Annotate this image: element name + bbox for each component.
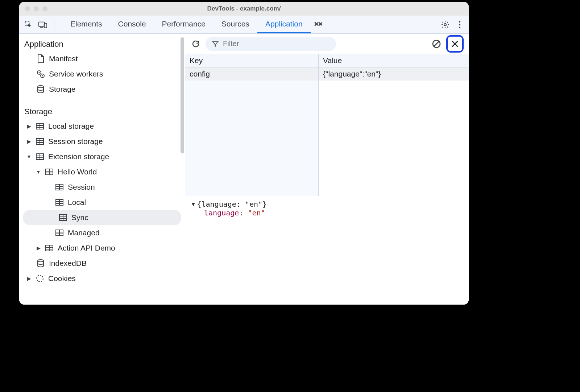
table-icon [35, 121, 45, 131]
inspect-element-icon[interactable] [23, 19, 34, 30]
database-icon [36, 259, 45, 268]
table-icon [58, 213, 68, 222]
table-icon [45, 243, 54, 253]
sidebar-item-cookies[interactable]: ▶ Cookies [19, 271, 185, 286]
storage-main-panel: Key Value config {"language":"en"} ▼{lan… [185, 34, 469, 305]
sidebar-item-service-workers[interactable]: Service workers [19, 66, 185, 82]
chevron-down-icon: ▼ [26, 154, 32, 160]
sidebar-item-label: Action API Demo [58, 244, 115, 252]
sidebar-item-local[interactable]: Local [19, 195, 185, 210]
window-title: DevTools - example.com/ [19, 5, 469, 12]
sidebar-item-label: Cookies [48, 274, 76, 283]
tab-sources[interactable]: Sources [214, 16, 257, 33]
table-row[interactable]: config {"language":"en"} [185, 67, 469, 81]
minimize-window-button[interactable] [34, 6, 39, 11]
sidebar-item-session-storage[interactable]: ▶ Session storage [19, 134, 185, 149]
manifest-icon [36, 54, 45, 63]
kebab-menu-icon[interactable] [454, 19, 465, 30]
storage-toolbar [185, 34, 469, 54]
tab-label: Elements [70, 20, 102, 28]
chevron-right-icon: ▶ [26, 123, 32, 129]
cell-key: config [185, 67, 319, 81]
table-icon [55, 228, 64, 238]
sidebar-item-manifest[interactable]: Manifest [19, 51, 185, 66]
sidebar-item-session[interactable]: Session [19, 180, 185, 195]
tab-console[interactable]: Console [110, 16, 154, 33]
cell-value: {"language":"en"} [319, 67, 469, 81]
sidebar-item-hello-world[interactable]: ▼ Hello World [19, 164, 185, 180]
svg-point-6 [459, 26, 460, 28]
divider [54, 19, 54, 30]
table-icon [55, 182, 64, 192]
tab-performance[interactable]: Performance [154, 16, 214, 33]
storage-table: Key Value config {"language":"en"} [185, 54, 469, 196]
svg-rect-1 [39, 22, 45, 26]
filter-input-wrapper[interactable] [206, 37, 336, 51]
application-sidebar: Application Manifest Service workers Sto… [19, 34, 185, 305]
tab-elements[interactable]: Elements [62, 16, 110, 33]
tab-label: Performance [162, 20, 206, 28]
chevron-down-icon: ▼ [192, 201, 195, 207]
filter-input[interactable] [223, 40, 330, 48]
chevron-right-icon: ▶ [36, 245, 41, 251]
sidebar-item-local-storage[interactable]: ▶ Local storage [19, 119, 185, 134]
zoom-window-button[interactable] [42, 6, 47, 11]
sidebar-item-label: Sync [71, 213, 88, 222]
more-tabs-button[interactable] [311, 16, 326, 33]
column-header-key[interactable]: Key [185, 54, 319, 67]
tab-label: Sources [221, 20, 249, 28]
svg-point-22 [37, 275, 43, 282]
svg-point-10 [42, 75, 43, 77]
window-titlebar: DevTools - example.com/ [19, 2, 469, 16]
svg-point-5 [459, 24, 460, 25]
svg-point-8 [39, 72, 40, 73]
value-preview: ▼{language: "en"} language: "en" [185, 196, 469, 305]
table-header-row: Key Value [185, 54, 469, 67]
property-name: language [204, 209, 239, 217]
sidebar-item-label: Storage [49, 85, 76, 94]
refresh-icon[interactable] [190, 38, 201, 49]
table-icon [35, 152, 45, 161]
sidebar-item-action-api-demo[interactable]: ▶ Action API Demo [19, 240, 185, 256]
chevron-down-icon: ▼ [36, 169, 41, 175]
settings-icon[interactable] [440, 19, 451, 30]
scrollbar[interactable] [181, 37, 184, 153]
sidebar-item-label: Extension storage [48, 152, 109, 161]
tab-application[interactable]: Application [257, 16, 311, 33]
sidebar-item-storage[interactable]: Storage [19, 82, 185, 97]
sidebar-item-extension-storage[interactable]: ▼ Extension storage [19, 149, 185, 164]
database-icon [36, 84, 45, 94]
table-icon [55, 198, 64, 207]
sidebar-item-label: IndexedDB [49, 259, 87, 268]
column-header-value[interactable]: Value [319, 54, 469, 67]
sidebar-item-label: Session [68, 183, 95, 191]
section-application-title: Application [19, 37, 185, 51]
chevron-right-icon: ▶ [26, 276, 32, 281]
svg-point-21 [38, 260, 44, 262]
table-empty-area [185, 81, 469, 196]
table-icon [35, 137, 45, 146]
close-window-button[interactable] [25, 6, 30, 11]
sidebar-item-label: Hello World [58, 168, 97, 176]
svg-point-3 [444, 24, 446, 26]
panel-body: Application Manifest Service workers Sto… [19, 34, 469, 305]
sidebar-item-label: Session storage [48, 137, 103, 146]
delete-selected-button[interactable] [446, 35, 464, 53]
clear-all-icon[interactable] [431, 38, 442, 49]
devtools-tabbar: Elements Console Performance Sources App… [19, 16, 469, 34]
sidebar-item-managed[interactable]: Managed [19, 225, 185, 240]
tab-label: Console [118, 20, 146, 28]
sidebar-item-indexeddb[interactable]: IndexedDB [19, 256, 185, 271]
sidebar-item-label: Local [68, 198, 86, 207]
object-property[interactable]: language: "en" [192, 209, 462, 217]
device-toolbar-icon[interactable] [37, 19, 48, 30]
sidebar-item-label: Service workers [49, 70, 103, 78]
traffic-lights [19, 6, 47, 11]
sidebar-item-sync[interactable]: Sync [23, 210, 181, 225]
tab-label: Application [265, 20, 303, 28]
object-summary[interactable]: ▼{language: "en"} [192, 200, 462, 209]
sidebar-item-label: Local storage [48, 122, 94, 131]
sidebar-item-label: Managed [68, 228, 100, 237]
section-storage-title: Storage [19, 105, 185, 119]
table-icon [45, 167, 54, 177]
